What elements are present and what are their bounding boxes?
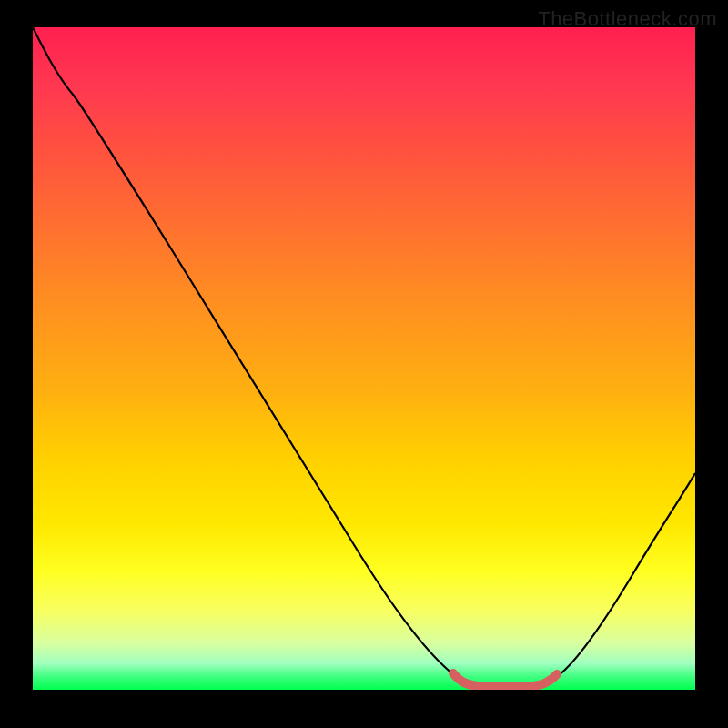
chart-container <box>33 27 695 690</box>
watermark-text: TheBottleneck.com <box>538 7 717 31</box>
heatmap-gradient-background <box>33 27 695 690</box>
